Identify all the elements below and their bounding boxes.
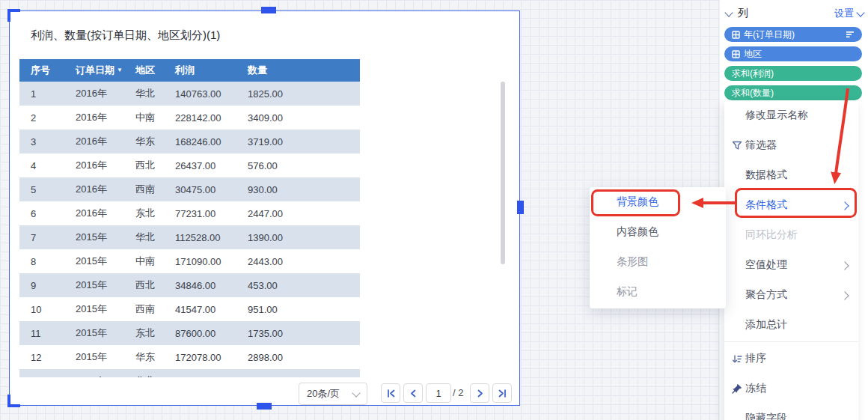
settings-label: 设置 (834, 7, 854, 20)
menu-item-data-format[interactable]: 数据格式 (724, 160, 858, 190)
column-header-1[interactable]: 序号 (19, 59, 72, 82)
table-cell: 2014年 (72, 369, 132, 377)
page-number-input[interactable] (426, 383, 451, 403)
table-cell: 2016年 (72, 177, 132, 201)
page-size-select[interactable]: 20条/页 (299, 383, 367, 405)
menu-item-hide-field[interactable]: 隐藏字段 (724, 404, 858, 420)
table-header-row: 序号订单日期▼地区利润数量 (19, 59, 360, 82)
menu-item-filter[interactable]: 筛选器 (724, 130, 858, 160)
first-page-icon (386, 389, 396, 398)
first-page-button[interactable] (381, 383, 400, 403)
next-page-button[interactable] (470, 383, 489, 403)
data-table: 序号订单日期▼地区利润数量 12016年华北140763.001825.0022… (19, 59, 360, 377)
table-cell: 1 (19, 82, 72, 106)
field-pill-label: 年(订单日期) (744, 28, 795, 41)
sort-lines-icon[interactable] (846, 31, 855, 38)
submenu-item-content-color[interactable]: 内容颜色 (590, 217, 726, 247)
table-cell: 3 (19, 130, 72, 153)
selection-corner-handle[interactable] (7, 395, 20, 407)
menu-item-label: 冻结 (745, 382, 766, 395)
table-row[interactable]: 82015年中南171090.002443.00 (19, 249, 360, 273)
submenu-item-bar-chart[interactable]: 条形图 (590, 247, 726, 277)
menu-item-conditional-format[interactable]: 条件格式 (724, 190, 858, 220)
sort-desc-triangle: ▼ (117, 67, 123, 73)
field-pill-region[interactable]: 地区 (724, 46, 862, 61)
table-row[interactable]: 22016年中南228142.003409.00 (19, 106, 360, 130)
collapse-chevron-down-icon[interactable] (724, 8, 733, 16)
field-pill-sum-quantity[interactable]: 求和(数量) (724, 85, 862, 100)
field-pill-year-order-date[interactable]: 年(订单日期) (724, 27, 862, 42)
menu-item-label: 空值处理 (745, 258, 787, 272)
menu-item-aggregation-method[interactable]: 聚合方式 (724, 280, 858, 310)
table-cell: 华北 (132, 82, 171, 106)
table-row[interactable]: 92015年西北34846.00453.00 (19, 273, 360, 297)
menu-item-label: 条件格式 (745, 198, 787, 212)
table-cell: 3719.00 (244, 130, 360, 153)
table-row[interactable]: 132014年华北73231.00939.00 (19, 369, 360, 377)
column-header-3[interactable]: 地区 (132, 59, 171, 82)
submenu-item-label: 背景颜色 (617, 195, 658, 209)
selection-corner-handle[interactable] (7, 9, 20, 22)
selection-resize-handle[interactable] (517, 201, 524, 214)
table-row[interactable]: 12016年华北140763.001825.00 (19, 82, 360, 106)
table-body: 12016年华北140763.001825.0022016年中南228142.0… (19, 82, 360, 377)
submenu-item-label: 标记 (617, 285, 638, 299)
table-cell: 东北 (132, 321, 171, 345)
menu-item-period-comparison: 同环比分析 (724, 220, 858, 250)
menu-item-freeze[interactable]: 冻结 (724, 374, 858, 404)
menu-item-sort[interactable]: 排序 (724, 344, 858, 374)
grid-field-icon (732, 50, 740, 58)
table-row[interactable]: 102015年西南41547.00951.00 (19, 297, 360, 321)
column-header-5[interactable]: 数量 (244, 59, 360, 82)
menu-item-label: 隐藏字段 (745, 412, 787, 420)
menu-item-label: 聚合方式 (745, 288, 787, 302)
menu-item-label: 数据格式 (745, 168, 787, 182)
table-row[interactable]: 52016年西南30475.00930.00 (19, 177, 360, 201)
selection-resize-handle[interactable] (257, 403, 272, 410)
table-cell: 1825.00 (244, 82, 360, 106)
table-cell: 2016年 (72, 106, 132, 130)
menu-item-null-handling[interactable]: 空值处理 (724, 250, 858, 280)
table-row[interactable]: 112015年东北87600.001735.00 (19, 321, 360, 345)
table-cell: 3409.00 (244, 106, 360, 130)
menu-item-rename-display-name[interactable]: 修改显示名称 (724, 100, 858, 130)
column-header-2[interactable]: 订单日期▼ (72, 59, 132, 82)
table-cell: 2443.00 (244, 249, 360, 273)
selection-resize-handle[interactable] (261, 7, 276, 13)
table-cell: 12 (19, 345, 72, 369)
field-pill-label: 地区 (744, 48, 762, 61)
widget-title: 利润、数量(按订单日期、地区划分)(1) (31, 28, 220, 43)
table-cell: 73231.00 (171, 369, 244, 377)
column-header-4[interactable]: 利润 (171, 59, 244, 82)
field-pill-label: 求和(利润) (732, 67, 774, 80)
table-row[interactable]: 42016年西北26437.00576.00 (19, 153, 360, 177)
table-cell: 41547.00 (171, 297, 244, 321)
table-cell: 1735.00 (244, 321, 360, 345)
pin-icon (729, 383, 745, 394)
table-row[interactable]: 72015年华北112528.001390.00 (19, 225, 360, 249)
table-cell: 西北 (132, 153, 171, 177)
table-row[interactable]: 32016年华东168246.003719.00 (19, 130, 360, 153)
settings-dropdown[interactable]: 设置 (834, 7, 864, 20)
table-row[interactable]: 62016年东北77231.002447.00 (19, 201, 360, 225)
table-cell: 2898.00 (244, 345, 360, 369)
submenu-item-background-color[interactable]: 背景颜色 (590, 187, 726, 217)
menu-item-label: 同环比分析 (745, 228, 798, 242)
table-cell: 4 (19, 153, 72, 177)
submenu-item-mark[interactable]: 标记 (590, 277, 726, 307)
last-page-button[interactable] (492, 383, 512, 403)
table-row[interactable]: 122015年华东172078.002898.00 (19, 345, 360, 369)
prev-page-button[interactable] (403, 383, 423, 403)
table-cell: 34846.00 (171, 273, 244, 297)
chevron-down-icon (856, 8, 864, 16)
field-pill-sum-profit[interactable]: 求和(利润) (724, 66, 862, 81)
table-cell: 11 (19, 321, 72, 345)
table-cell: 140763.00 (171, 82, 244, 106)
vertical-scrollbar[interactable] (501, 82, 505, 264)
table-widget-card[interactable]: 利润、数量(按订单日期、地区划分)(1) 序号订单日期▼地区利润数量 12016… (9, 10, 520, 406)
menu-item-add-total[interactable]: 添加总计 (724, 310, 858, 340)
table-cell: 5 (19, 177, 72, 201)
table-cell: 中南 (132, 249, 171, 273)
table-cell: 951.00 (244, 297, 360, 321)
grid-field-icon (732, 31, 740, 39)
